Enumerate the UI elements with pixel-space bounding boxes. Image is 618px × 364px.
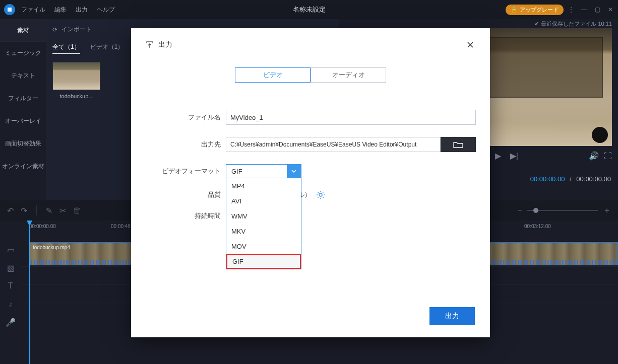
upgrade-label: アップグレード [520, 6, 559, 14]
zoom-in-icon[interactable]: ＋ [603, 205, 611, 216]
play-icon[interactable]: ▶ [495, 151, 501, 161]
quality-settings-button[interactable] [316, 190, 325, 199]
gear-icon [316, 190, 325, 199]
filename-label: ファイル名 [145, 113, 221, 122]
sidebar-item-filter[interactable]: フィルター [0, 87, 46, 110]
format-option-mkv[interactable]: MKV [226, 224, 301, 239]
track-image-icon[interactable]: ▧ [0, 259, 21, 277]
track-voice-icon[interactable]: 🎤 [0, 313, 21, 331]
sidebar-item-text[interactable]: テキスト [0, 64, 46, 87]
zoom-knob[interactable] [533, 208, 538, 213]
edit-icon[interactable]: ✎ [46, 206, 52, 215]
sidebar-item-media[interactable]: 素材 [0, 19, 46, 42]
minimize-icon[interactable]: — [581, 6, 588, 13]
clip-label: todobuckup.mp4 [33, 245, 70, 250]
track-video-icon[interactable]: ▭ [0, 241, 21, 259]
menu-help[interactable]: ヘルプ [97, 6, 115, 14]
svg-line-7 [323, 197, 324, 198]
volume-icon[interactable]: 🔊 [589, 151, 599, 161]
last-saved-label: ✔ 最近保存したファイル 10:11 [534, 20, 612, 28]
import-button[interactable]: インポート [61, 25, 92, 34]
split-icon[interactable]: ✂ [59, 206, 66, 215]
menu-export[interactable]: 出力 [76, 6, 88, 14]
more-icon[interactable]: ⋮ [568, 6, 575, 13]
format-label: ビデオフォーマット [145, 167, 221, 176]
sidebar-item-overlay[interactable]: オーバーレイ [0, 110, 46, 132]
ruler-tick: 00:03:12.00 [524, 224, 551, 229]
current-time: 00:00:00.00 [530, 175, 565, 183]
svg-line-8 [318, 197, 319, 198]
export-icon [145, 40, 154, 49]
zoom-out-icon[interactable]: − [518, 206, 522, 215]
svg-line-9 [323, 192, 324, 193]
output-path-label: 出力先 [145, 140, 221, 149]
delete-icon[interactable]: 🗑 [73, 206, 81, 215]
svg-rect-0 [8, 8, 12, 12]
filename-input[interactable] [226, 110, 476, 125]
window-title: 名称未設定 [293, 5, 326, 14]
undo-icon[interactable]: ↶ [7, 206, 14, 215]
export-title: 出力 [158, 40, 172, 49]
format-option-mp4[interactable]: MP4 [226, 178, 301, 193]
app-logo [4, 4, 15, 15]
zoom-slider[interactable] [527, 210, 598, 211]
menu-file[interactable]: ファイル [21, 6, 45, 14]
track-audio-icon[interactable]: ♪ [0, 295, 21, 313]
time-separator: / [570, 175, 572, 183]
menu-edit[interactable]: 編集 [54, 6, 67, 14]
svg-point-1 [319, 193, 322, 196]
format-selected-value: GIF [231, 168, 242, 175]
tab-video[interactable]: ビデオ [235, 67, 311, 83]
maximize-icon[interactable]: ▢ [594, 6, 601, 13]
ruler-tick: 00:00:00.00 [29, 224, 56, 229]
total-time: 00:00:00.00 [576, 175, 611, 183]
export-button[interactable]: 出力 [429, 307, 475, 325]
playhead[interactable] [29, 221, 30, 364]
format-option-avi[interactable]: AVI [226, 193, 301, 208]
main-menu: ファイル 編集 出力 ヘルプ [21, 6, 115, 14]
last-saved-text: 最近保存したファイル 10:11 [541, 20, 612, 28]
tab-audio[interactable]: オーディオ [311, 67, 386, 83]
media-thumb-label: todobuckup... [52, 93, 100, 99]
format-option-gif[interactable]: GIF [226, 254, 301, 269]
media-tab-all[interactable]: 全て（1） [52, 43, 80, 54]
close-dialog-button[interactable] [465, 39, 476, 50]
svg-line-6 [318, 192, 319, 193]
duration-label: 持続時間 [145, 211, 221, 221]
category-sidebar: 素材 ミュージック テキスト フィルター オーバーレイ 画面切替効果 オンライン… [0, 19, 46, 200]
media-thumbnail[interactable]: todobuckup... [52, 62, 100, 99]
media-thumb-image [52, 62, 100, 90]
export-dialog: 出力 ビデオ オーディオ ファイル名 出力先 ビデオフォーマット [131, 28, 490, 337]
track-icons: ▭ ▧ T ♪ 🎤 [0, 241, 21, 331]
export-type-tabs: ビデオ オーディオ [235, 67, 386, 83]
redo-icon[interactable]: ↷ [21, 206, 27, 215]
fullscreen-icon[interactable]: ⛶ [604, 152, 612, 161]
lock-icon: 🔒 [511, 7, 518, 13]
preview-character [592, 127, 608, 143]
upgrade-button[interactable]: 🔒 アップグレード [506, 5, 564, 15]
folder-icon [453, 141, 463, 148]
format-option-mov[interactable]: MOV [226, 239, 301, 254]
format-dropdown: MP4 AVI WMV MKV MOV GIF [226, 178, 301, 269]
close-window-icon[interactable]: ✕ [607, 6, 614, 13]
next-frame-icon[interactable]: ▶| [510, 151, 518, 161]
close-icon [467, 41, 474, 48]
quality-label: 品質 [145, 190, 221, 199]
preview-time: 00:00:00.00 / 00:00:00.00 [530, 175, 611, 183]
output-path-input[interactable] [226, 137, 441, 152]
format-option-wmv[interactable]: WMV [226, 208, 301, 224]
title-bar: ファイル 編集 出力 ヘルプ 名称未設定 🔒 アップグレード ⋮ — ▢ ✕ [0, 0, 618, 19]
browse-button[interactable] [441, 137, 476, 152]
sidebar-item-transition[interactable]: 画面切替効果 [0, 132, 46, 155]
toolbar-divider [36, 205, 37, 215]
check-icon: ✔ [534, 21, 539, 27]
format-select[interactable]: GIF [226, 164, 301, 178]
sidebar-item-music[interactable]: ミュージック [0, 42, 46, 64]
sidebar-item-online[interactable]: オンライン素材 [0, 155, 46, 178]
track-text-icon[interactable]: T [0, 277, 21, 295]
chevron-down-icon [287, 164, 301, 178]
import-icon[interactable]: ⟳ [52, 26, 57, 33]
media-tab-video[interactable]: ビデオ（1） [90, 43, 124, 54]
